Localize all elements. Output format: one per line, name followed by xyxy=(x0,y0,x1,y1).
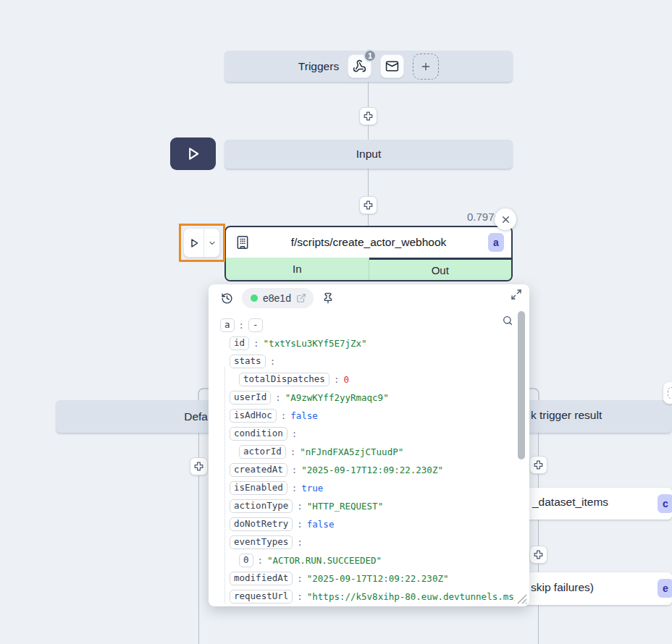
insert-step-button-branch-right[interactable] xyxy=(529,456,547,474)
triggers-label: Triggers xyxy=(298,60,339,73)
plus-cross-icon xyxy=(363,111,374,122)
plus-icon xyxy=(420,61,432,72)
status-dot xyxy=(251,295,258,302)
json-value: "https://k5v8xihp-80.euw.devtunnels.ms/a… xyxy=(307,591,515,602)
insert-step-button-below-dataset[interactable] xyxy=(529,546,547,564)
json-separator: : xyxy=(290,446,296,457)
json-row[interactable]: id:"txtYsLu3KYf5E7jZx" xyxy=(209,334,515,352)
close-icon xyxy=(500,214,511,225)
panel-scrollbar[interactable] xyxy=(518,311,525,459)
json-separator: : xyxy=(297,537,303,548)
step-id-badge: c xyxy=(658,494,672,513)
json-separator: : xyxy=(253,338,259,349)
json-row[interactable]: eventTypes: xyxy=(209,533,515,551)
json-key[interactable]: modifiedAt xyxy=(230,572,293,585)
plus-cross-icon xyxy=(533,459,544,470)
branch-default-node[interactable]: Defa xyxy=(56,400,222,433)
run-step-split-button[interactable] xyxy=(183,228,220,258)
json-row[interactable]: userId:"A9zwKYff2yyRmaqc9" xyxy=(209,389,515,407)
json-separator: : xyxy=(297,519,303,530)
json-separator: : xyxy=(239,320,245,331)
json-key[interactable]: actionType xyxy=(230,499,293,513)
plus-cross-icon xyxy=(363,200,374,211)
json-row[interactable]: condition: xyxy=(209,425,515,443)
pin-icon[interactable] xyxy=(322,292,334,304)
json-row[interactable]: createdAt:"2025-09-17T12:09:22.230Z" xyxy=(209,461,515,479)
json-key[interactable]: stats xyxy=(230,355,266,368)
json-row[interactable]: doNotRetry:false xyxy=(209,515,515,533)
json-value: "2025-09-17T12:09:22.230Z" xyxy=(301,465,443,475)
input-node[interactable]: Input xyxy=(224,140,513,169)
run-step-button[interactable] xyxy=(184,229,204,257)
run-version-pill[interactable]: e8e1d xyxy=(242,288,314,308)
collapse-toggle[interactable]: - xyxy=(248,318,263,332)
tab-in[interactable]: In xyxy=(226,258,369,280)
branch-default-label: Defa xyxy=(184,410,208,423)
json-separator: : xyxy=(275,392,281,403)
json-key[interactable]: doNotRetry xyxy=(230,517,293,531)
json-value: true xyxy=(301,483,323,493)
input-node-label: Input xyxy=(356,148,381,161)
json-row[interactable]: totalDispatches:0 xyxy=(209,370,515,389)
json-row[interactable]: 0:"ACTOR.RUN.SUCCEEDED" xyxy=(209,551,515,569)
json-key[interactable]: a xyxy=(220,318,235,332)
json-value: 0 xyxy=(343,374,349,385)
json-key[interactable]: isEnabled xyxy=(230,481,287,495)
json-row[interactable]: modifiedAt:"2025-09-17T12:09:22.230Z" xyxy=(209,569,515,588)
triggers-node[interactable]: Triggers 1 xyxy=(224,51,513,82)
json-key[interactable]: id xyxy=(230,336,249,350)
dashed-plus-icon xyxy=(668,387,672,399)
tab-out[interactable]: Out xyxy=(369,258,512,280)
json-value: false xyxy=(290,410,318,421)
insert-step-button-branch-left[interactable] xyxy=(190,457,208,475)
history-icon[interactable] xyxy=(221,292,233,305)
json-key[interactable]: eventTypes xyxy=(230,535,293,549)
json-key[interactable]: condition xyxy=(230,427,287,441)
script-step-node[interactable]: f/scripts/create_actor_webhook a In Out xyxy=(224,226,513,281)
branch-trigger-result-label: k trigger result xyxy=(531,409,602,422)
result-preview-panel[interactable]: e8e1d a:-id:"txtYsLu3KYf5E7jZx"stats:tot… xyxy=(209,284,529,606)
run-flow-button[interactable] xyxy=(170,137,216,170)
json-separator: : xyxy=(297,573,303,584)
json-key[interactable]: createdAt xyxy=(230,463,287,477)
step-id-badge: e xyxy=(658,579,672,598)
flow-editor-canvas[interactable]: Triggers 1 Input 0.797s xyxy=(0,0,672,644)
close-button[interactable] xyxy=(495,208,516,230)
json-row[interactable]: isEnabled:true xyxy=(209,479,515,497)
json-row[interactable]: a:- xyxy=(209,316,515,334)
json-key[interactable]: actorId xyxy=(239,445,286,459)
resize-handle[interactable] xyxy=(516,593,528,605)
expand-icon[interactable] xyxy=(511,289,522,300)
json-separator: : xyxy=(297,501,303,512)
email-trigger-button[interactable] xyxy=(380,54,404,78)
json-row[interactable]: isAdHoc:false xyxy=(209,407,515,425)
json-result-tree[interactable]: a:-id:"txtYsLu3KYf5E7jZx"stats:totalDisp… xyxy=(209,316,515,606)
json-key[interactable]: totalDispatches xyxy=(239,373,329,386)
insert-step-button-top[interactable] xyxy=(359,107,377,125)
json-separator: : xyxy=(281,410,287,421)
json-value: "A9zwKYff2yyRmaqc9" xyxy=(285,392,389,403)
json-value: "ACTOR.RUN.SUCCEEDED" xyxy=(267,555,382,566)
json-value: "nFJndFXA5zjCTuudP" xyxy=(300,446,403,457)
json-value: "HTTP_REQUEST" xyxy=(307,501,383,512)
dataset-items-label: _dataset_items xyxy=(532,496,608,509)
external-link-icon[interactable] xyxy=(296,293,306,303)
add-branch-button-partial[interactable] xyxy=(663,382,672,404)
json-row[interactable]: stats: xyxy=(209,352,515,370)
json-row[interactable]: requestUrl:"https://k5v8xihp-80.euw.devt… xyxy=(209,588,515,606)
json-key[interactable]: requestUrl xyxy=(230,590,293,603)
json-separator: : xyxy=(297,591,303,602)
add-trigger-button[interactable] xyxy=(413,54,439,80)
webhook-trigger-button[interactable]: 1 xyxy=(348,54,371,78)
json-key[interactable]: 0 xyxy=(239,554,253,567)
run-version-id: e8e1d xyxy=(263,292,291,304)
json-row[interactable]: actionType:"HTTP_REQUEST" xyxy=(209,497,515,515)
json-value: "txtYsLu3KYf5E7jZx" xyxy=(264,338,367,349)
run-step-options-button[interactable] xyxy=(204,229,219,257)
json-key[interactable]: userId xyxy=(230,391,271,404)
json-separator: : xyxy=(292,428,298,439)
play-icon xyxy=(188,237,200,249)
json-row[interactable]: actorId:"nFJndFXA5zjCTuudP" xyxy=(209,443,515,461)
json-key[interactable]: isAdHoc xyxy=(230,409,277,423)
insert-step-button-mid[interactable] xyxy=(359,196,377,214)
